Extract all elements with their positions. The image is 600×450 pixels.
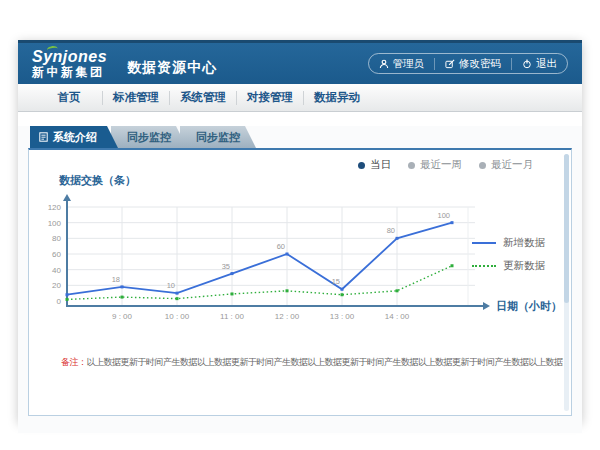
tab-sync-monitor-2[interactable]: 同步监控 — [180, 126, 256, 148]
change-password-label: 修改密码 — [459, 57, 501, 71]
time-range-filter: 当日 最近一周 最近一月 — [358, 158, 533, 172]
legend-item-new-data: 新增数据 — [472, 236, 545, 250]
svg-text:10 : 00: 10 : 00 — [165, 312, 190, 321]
nav-item-data-change[interactable]: 数据异动 — [304, 90, 370, 105]
panel-scrollbar[interactable] — [564, 154, 569, 411]
tab-sync-monitor-1[interactable]: 同步监控 — [111, 126, 187, 148]
chart-panel: 当日 最近一周 最近一月 数据交换（条） 0204060801001209 : … — [28, 148, 572, 416]
legend-item-updated-data: 更新数据 — [472, 259, 545, 273]
radio-dot-icon — [479, 162, 486, 169]
nav-item-interface-mgmt[interactable]: 对接管理 — [237, 90, 303, 105]
page-title: 数据资源中心 — [127, 51, 217, 77]
nav-item-home[interactable]: 首页 — [36, 90, 102, 105]
radio-dot-icon — [408, 162, 415, 169]
svg-text:35: 35 — [222, 262, 230, 271]
svg-text:80: 80 — [52, 234, 61, 243]
main-nav: 首页 标准管理 系统管理 对接管理 数据异动 — [18, 84, 582, 112]
chart-legend: 新增数据 更新数据 — [472, 236, 545, 273]
svg-text:100: 100 — [48, 219, 62, 228]
svg-text:9 : 00: 9 : 00 — [112, 312, 133, 321]
logout-label: 退出 — [536, 57, 557, 71]
svg-text:80: 80 — [387, 226, 395, 235]
radio-label: 当日 — [370, 158, 391, 172]
radio-dot-icon — [358, 162, 365, 169]
svg-text:120: 120 — [48, 203, 62, 212]
note-text: 以上数据更新于时间产生数据以上数据更新于时间产生数据以上数据更新于时间产生数据以… — [87, 357, 564, 367]
svg-text:14 : 00: 14 : 00 — [385, 312, 410, 321]
tab-system-intro[interactable]: 系统介绍 — [30, 126, 118, 148]
nav-item-standard-mgmt[interactable]: 标准管理 — [103, 90, 169, 105]
svg-text:0: 0 — [57, 297, 62, 306]
change-password-button[interactable]: 修改密码 — [435, 57, 511, 71]
nav-item-system-mgmt[interactable]: 系统管理 — [170, 90, 236, 105]
svg-text:60: 60 — [277, 242, 285, 251]
svg-text:13 : 00: 13 : 00 — [330, 312, 355, 321]
svg-text:12 : 00: 12 : 00 — [275, 312, 300, 321]
legend-label: 新增数据 — [503, 236, 545, 250]
tab-label: 系统介绍 — [53, 126, 97, 148]
svg-text:15: 15 — [332, 277, 340, 286]
solid-line-icon — [472, 242, 496, 244]
svg-text:日期（小时）: 日期（小时） — [496, 300, 562, 313]
radio-last-week[interactable]: 最近一周 — [408, 158, 462, 172]
scrollbar-thumb[interactable] — [564, 154, 569, 303]
user-label: 管理员 — [393, 57, 425, 71]
footer-note: 备注：以上数据更新于时间产生数据以上数据更新于时间产生数据以上数据更新于时间产生… — [61, 356, 563, 369]
svg-text:11 : 00: 11 : 00 — [220, 312, 244, 321]
svg-text:100: 100 — [437, 211, 450, 220]
svg-text:60: 60 — [52, 250, 61, 259]
document-icon — [39, 132, 48, 142]
svg-text:40: 40 — [52, 266, 61, 275]
radio-today[interactable]: 当日 — [358, 158, 391, 172]
tab-bar: 系统介绍 同步监控 同步监控 — [30, 126, 582, 148]
note-prefix: 备注： — [61, 357, 87, 367]
power-icon — [522, 59, 532, 69]
radio-label: 最近一月 — [491, 158, 533, 172]
content-area: 系统介绍 同步监控 同步监控 当日 最近一周 最近一月 数据交 — [18, 126, 582, 433]
user-menu-button[interactable]: 管理员 — [369, 57, 435, 71]
user-icon — [379, 59, 389, 69]
legend-label: 更新数据 — [503, 259, 545, 273]
app-window: Synjones 新中新集团 数据资源中心 管理员 修改密码 — [18, 40, 582, 422]
logo-primary-text: Synjones — [32, 49, 107, 66]
dotted-line-icon — [472, 265, 496, 267]
header: Synjones 新中新集团 数据资源中心 管理员 修改密码 — [18, 40, 582, 84]
radio-label: 最近一周 — [420, 158, 462, 172]
logo-secondary-text: 新中新集团 — [32, 66, 107, 79]
radio-last-month[interactable]: 最近一月 — [479, 158, 533, 172]
user-toolbar: 管理员 修改密码 退出 — [368, 53, 569, 74]
logo: Synjones 新中新集团 — [32, 49, 107, 78]
svg-text:10: 10 — [167, 281, 175, 290]
svg-text:20: 20 — [52, 281, 61, 290]
logout-button[interactable]: 退出 — [512, 57, 567, 71]
edit-icon — [445, 59, 455, 69]
y-axis-title: 数据交换（条） — [59, 173, 136, 188]
svg-text:18: 18 — [112, 275, 120, 284]
